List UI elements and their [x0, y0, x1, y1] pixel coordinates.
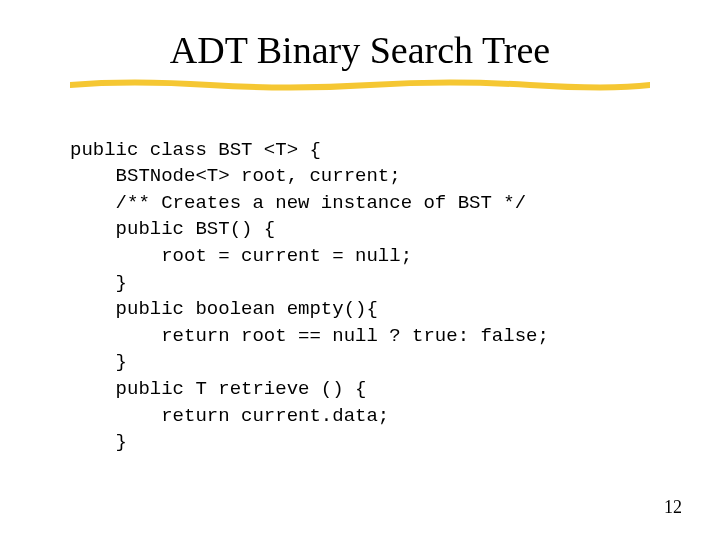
code-line: public T retrieve () { — [70, 378, 366, 400]
code-line: } — [70, 351, 127, 373]
code-line: return current.data; — [70, 405, 389, 427]
slide-title: ADT Binary Search Tree — [0, 28, 720, 72]
code-block: public class BST <T> { BSTNode<T> root, … — [70, 110, 720, 456]
code-line: BSTNode<T> root, current; — [70, 165, 401, 187]
page-number: 12 — [664, 497, 682, 518]
code-line: } — [70, 431, 127, 453]
code-line: return root == null ? true: false; — [70, 325, 549, 347]
code-line: /** Creates a new instance of BST */ — [70, 192, 526, 214]
code-line: root = current = null; — [70, 245, 412, 267]
code-line: public class BST <T> { — [70, 139, 321, 161]
code-line: } — [70, 272, 127, 294]
code-line: public boolean empty(){ — [70, 298, 378, 320]
code-line: public BST() { — [70, 218, 275, 240]
title-underline — [70, 78, 650, 92]
